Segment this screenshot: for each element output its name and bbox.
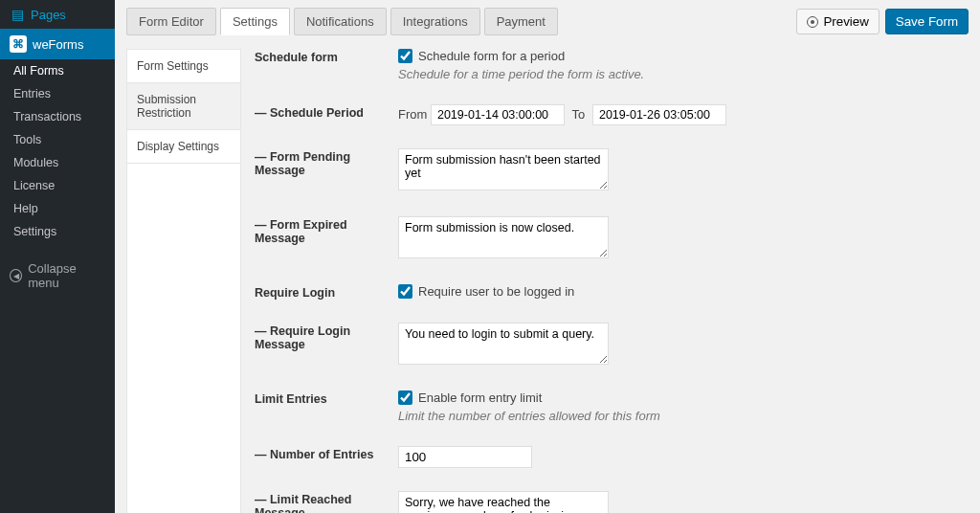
schedule-form-label: Schedule form — [255, 49, 398, 64]
sidebar-label: Pages — [31, 8, 66, 22]
top-actions: Preview Save Form — [796, 9, 969, 34]
collapse-icon: ◀ — [10, 269, 22, 282]
limit-checkbox-label: Enable form entry limit — [418, 390, 542, 405]
pages-icon: ▤ — [10, 7, 25, 22]
topbar: Form Editor Settings Notifications Integ… — [126, 8, 969, 35]
sidebar-sub-entries[interactable]: Entries — [0, 82, 115, 105]
sidebar-sub-license[interactable]: License — [0, 174, 115, 197]
collapse-label: Collapse menu — [28, 261, 105, 290]
limit-checkbox-wrap[interactable]: Enable form entry limit — [398, 390, 959, 405]
save-form-button[interactable]: Save Form — [885, 9, 969, 34]
tab-integrations[interactable]: Integrations — [390, 8, 480, 35]
sidebar-sub-transactions[interactable]: Transactions — [0, 105, 115, 128]
schedule-checkbox-wrap[interactable]: Schedule form for a period — [398, 49, 959, 63]
preview-button[interactable]: Preview — [796, 9, 879, 34]
login-msg-textarea[interactable]: You need to login to submit a query. — [398, 323, 609, 365]
require-login-checkbox-wrap[interactable]: Require user to be logged in — [398, 284, 959, 299]
weforms-icon: ⌘ — [10, 35, 27, 53]
limit-reached-label: Limit Reached Message — [255, 491, 398, 513]
sidebar-sub-tools[interactable]: Tools — [0, 128, 115, 151]
vtab-display-settings[interactable]: Display Settings — [127, 130, 240, 164]
pending-msg-textarea[interactable]: Form submission hasn't been started yet — [398, 148, 609, 190]
schedule-checkbox[interactable] — [398, 49, 412, 63]
expired-msg-label: Form Expired Message — [255, 216, 398, 245]
settings-subtabs: Form Settings Submission Restriction Dis… — [126, 49, 241, 513]
vtab-submission-restriction[interactable]: Submission Restriction — [127, 83, 240, 130]
top-tabs: Form Editor Settings Notifications Integ… — [126, 8, 558, 35]
num-entries-input[interactable] — [398, 446, 532, 468]
vtab-form-settings[interactable]: Form Settings — [127, 50, 240, 83]
tab-payment[interactable]: Payment — [484, 8, 558, 35]
limit-entries-label: Limit Entries — [255, 390, 398, 406]
schedule-to-input[interactable] — [592, 104, 726, 125]
sidebar-item-pages[interactable]: ▤ Pages — [0, 0, 115, 29]
from-text: From — [398, 107, 427, 122]
require-login-checkbox[interactable] — [398, 284, 412, 299]
expired-msg-textarea[interactable]: Form submission is now closed. — [398, 216, 609, 258]
to-text: To — [572, 107, 586, 122]
preview-label: Preview — [823, 14, 868, 29]
num-entries-label: Number of Entries — [255, 446, 398, 461]
sidebar-sub-help[interactable]: Help — [0, 197, 115, 220]
sidebar-sub-all-forms[interactable]: All Forms — [0, 59, 115, 82]
require-login-label: Require Login — [255, 284, 398, 300]
tab-notifications[interactable]: Notifications — [294, 8, 387, 35]
sidebar-item-weforms[interactable]: ⌘ weForms — [0, 29, 115, 59]
eye-icon — [807, 16, 818, 28]
collapse-menu[interactable]: ◀ Collapse menu — [0, 255, 115, 297]
pending-msg-label: Form Pending Message — [255, 148, 398, 177]
tab-settings[interactable]: Settings — [220, 8, 290, 35]
limit-help: Limit the number of entries allowed for … — [398, 409, 959, 423]
schedule-period-label: Schedule Period — [255, 104, 398, 120]
sidebar-sub-settings[interactable]: Settings — [0, 220, 115, 243]
tab-form-editor[interactable]: Form Editor — [126, 8, 216, 35]
require-login-checkbox-label: Require user to be logged in — [418, 284, 574, 299]
login-msg-label: Require Login Message — [255, 323, 398, 351]
schedule-from-input[interactable] — [431, 104, 565, 125]
schedule-checkbox-label: Schedule form for a period — [418, 49, 565, 63]
limit-checkbox[interactable] — [398, 390, 412, 405]
wp-admin-sidebar: ▤ Pages ⌘ weForms All Forms Entries Tran… — [0, 0, 115, 513]
form-area: Schedule form Schedule form for a period… — [255, 49, 969, 513]
schedule-help: Schedule for a time period the form is a… — [398, 67, 959, 81]
sidebar-sub-modules[interactable]: Modules — [0, 151, 115, 174]
settings-body: Form Settings Submission Restriction Dis… — [126, 49, 969, 513]
main-content: Form Editor Settings Notifications Integ… — [115, 0, 980, 513]
sidebar-label: weForms — [33, 37, 83, 52]
limit-reached-textarea[interactable]: Sorry, we have reached the maximum numbe… — [398, 491, 609, 513]
